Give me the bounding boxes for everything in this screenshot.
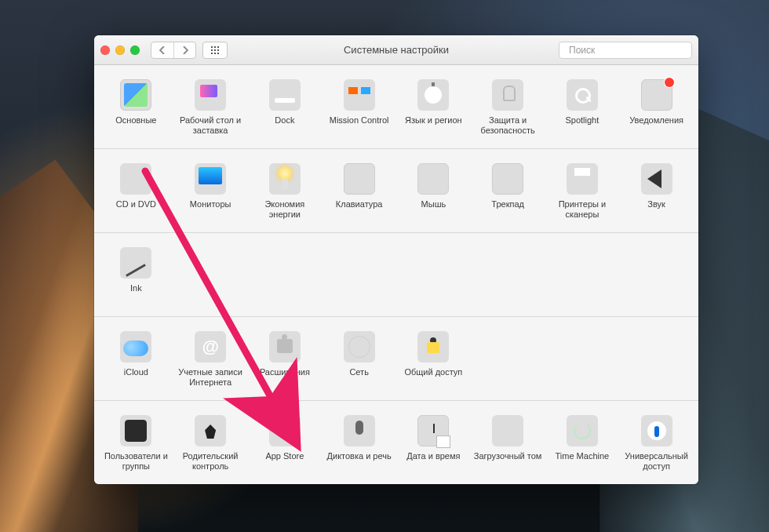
pref-label: Мышь [421,199,446,220]
pref-mouse[interactable]: Мышь [396,160,471,223]
keyboard-icon [344,163,375,195]
pref-label: Ink [130,283,142,304]
pref-label: Экономия энергии [250,199,321,220]
pref-sound[interactable]: Звук [619,160,694,223]
pref-notifications[interactable]: Уведомления [619,76,694,139]
notifications-icon [641,79,672,111]
show-all-button[interactable] [202,42,228,59]
datetime-icon [417,415,449,446]
pref-section: CD и DVDМониторыЭкономия энергииКлавиату… [94,149,698,233]
pref-parental[interactable]: Родительский контроль [173,412,248,475]
grid-icon [210,46,220,55]
svg-point-0 [564,49,565,50]
pref-section: Ink [94,233,698,317]
pref-startup[interactable]: Загрузочный том [471,412,545,475]
printers-icon [567,163,598,195]
pref-datetime[interactable]: Дата и время [396,412,471,475]
general-icon [120,79,151,111]
pref-ink[interactable]: Ink [99,244,173,307]
pref-network[interactable]: Сеть [322,328,396,391]
forward-button[interactable] [173,42,195,58]
pref-label: Диктовка и речь [327,451,392,472]
pref-internet[interactable]: Учетные записи Интернета [173,328,248,391]
nav-buttons [151,42,196,59]
appstore-icon [269,415,301,446]
pref-cddvd[interactable]: CD и DVD [99,160,173,223]
pref-section: ОсновныеРабочий стол и заставкаDockMissi… [94,65,698,149]
back-button[interactable] [151,42,173,58]
zoom-button[interactable] [130,46,140,55]
search-input[interactable] [569,45,687,56]
pref-mission[interactable]: Mission Control [322,76,396,139]
titlebar: Системные настройки [94,35,698,65]
ink-icon [120,247,151,279]
pref-label: Мониторы [190,199,231,220]
spotlight-icon [567,79,598,111]
pref-dictation[interactable]: Диктовка и речь [322,412,396,475]
preferences-panel: ОсновныеРабочий стол и заставкаDockMissi… [94,65,698,484]
desktop-icon [195,79,226,111]
pref-accessibility[interactable]: Универсальный доступ [619,412,694,475]
mission-icon [344,79,375,111]
network-icon [344,331,375,363]
security-icon [492,79,523,111]
displays-icon [195,163,226,195]
dictation-icon [344,415,375,446]
pref-extensions[interactable]: Расширения [248,328,323,391]
search-icon [564,46,565,55]
pref-security[interactable]: Защита и безопасность [471,76,545,139]
pref-users[interactable]: Пользователи и группы [99,412,173,475]
extensions-icon [269,331,301,363]
pref-language[interactable]: Язык и регион [396,76,471,139]
system-preferences-window: Системные настройки ОсновныеРабочий стол… [94,35,698,484]
pref-trackpad[interactable]: Трекпад [471,160,545,223]
pref-label: Трекпад [491,199,524,220]
pref-keyboard[interactable]: Клавиатура [322,160,396,223]
cddvd-icon [120,163,151,195]
pref-label: Дата и время [406,451,460,472]
pref-label: CD и DVD [116,199,156,220]
energy-icon [269,163,301,195]
pref-label: Клавиатура [336,199,383,220]
minimize-button[interactable] [115,46,125,55]
pref-label: Сеть [349,367,368,388]
startup-icon [492,415,523,446]
pref-displays[interactable]: Мониторы [173,160,248,223]
dock-icon [269,79,301,111]
pref-label: Принтеры и сканеры [547,199,618,220]
pref-label: Учетные записи Интернета [175,367,246,388]
pref-label: Загрузочный том [474,451,542,472]
pref-label: Общий доступ [404,367,462,388]
pref-label: Звук [647,199,665,220]
close-button[interactable] [100,46,110,55]
pref-label: Защита и безопасность [472,115,544,136]
pref-appstore[interactable]: App Store [248,412,323,475]
users-icon [120,415,151,446]
pref-dock[interactable]: Dock [248,76,323,139]
pref-section: Пользователи и группыРодительский контро… [94,401,698,484]
mouse-icon [417,163,449,195]
pref-spotlight[interactable]: Spotlight [545,76,620,139]
pref-label: Dock [275,115,294,136]
sharing-icon [417,331,449,363]
pref-label: Spotlight [565,115,599,136]
trackpad-icon [492,163,523,195]
internet-icon [195,331,226,363]
pref-sharing[interactable]: Общий доступ [396,328,471,391]
pref-label: Основные [115,115,156,136]
timemachine-icon [567,415,598,446]
pref-label: Расширения [260,367,310,388]
pref-label: Родительский контроль [175,451,246,472]
pref-energy[interactable]: Экономия энергии [248,160,323,223]
pref-timemachine[interactable]: Time Machine [545,412,620,475]
pref-label: Time Machine [556,451,610,472]
pref-icloud[interactable]: iCloud [99,328,173,391]
pref-label: Рабочий стол и заставка [175,115,246,136]
pref-printers[interactable]: Принтеры и сканеры [545,160,620,223]
pref-general[interactable]: Основные [99,76,173,139]
pref-label: Язык и регион [405,115,462,136]
icloud-icon [120,331,151,363]
search-field[interactable] [559,42,692,59]
window-controls [100,46,140,55]
pref-desktop[interactable]: Рабочий стол и заставка [173,76,248,139]
